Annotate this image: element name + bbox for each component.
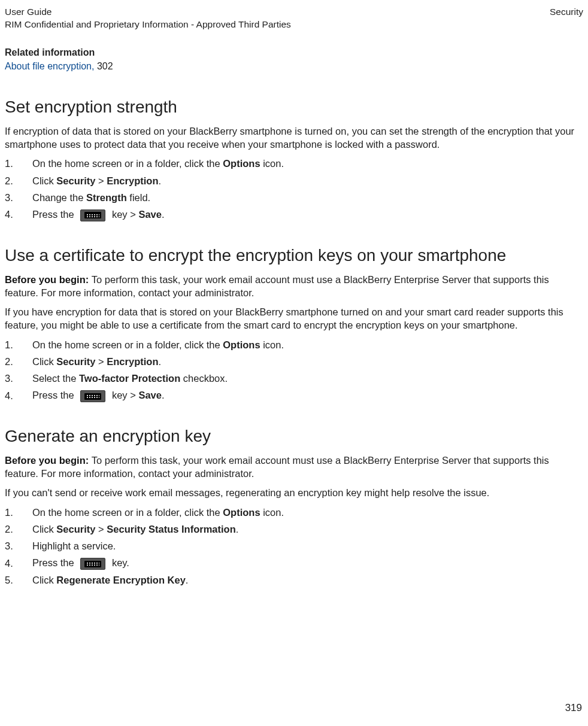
heading-generate-key: Generate an encryption key: [5, 425, 583, 448]
byb-label: Before you begin:: [5, 274, 92, 285]
page-number: 319: [565, 701, 582, 715]
step-item: Change the Strength field.: [5, 191, 583, 204]
step-item: On the home screen or in a folder, click…: [5, 157, 583, 170]
page-header: User Guide RIM Confidential and Propriet…: [5, 6, 583, 31]
step-item: Press the key > Save.: [5, 208, 583, 221]
step-text: Click Security > Encryption.: [32, 355, 161, 368]
step-item: Click Security > Encryption.: [5, 355, 583, 368]
step-text: On the home screen or in a folder, click…: [32, 506, 284, 519]
blackberry-menu-key-icon: [80, 558, 105, 570]
step-text: Highlight a service.: [32, 539, 116, 552]
blackberry-menu-key-icon: [80, 209, 105, 221]
step-text: Select the Two-factor Protection checkbo…: [32, 372, 228, 385]
step-item: Press the key.: [5, 556, 583, 570]
step-text: Change the Strength field.: [32, 191, 150, 204]
related-info-heading: Related information: [5, 46, 583, 59]
intro-set-encryption-strength: If encryption of data that is stored on …: [5, 124, 583, 151]
step-text: Click Security > Security Status Informa…: [32, 523, 238, 536]
step-item: Click Security > Encryption.: [5, 174, 583, 187]
step-item: On the home screen or in a folder, click…: [5, 506, 583, 519]
step-text: Click Regenerate Encryption Key.: [32, 573, 188, 587]
step-item: Select the Two-factor Protection checkbo…: [5, 372, 583, 385]
header-left: User Guide RIM Confidential and Propriet…: [5, 6, 291, 31]
step-text: Click Security > Encryption.: [32, 174, 161, 187]
steps-use-certificate: On the home screen or in a folder, click…: [5, 338, 583, 402]
intro-use-certificate: If you have encryption for data that is …: [5, 305, 583, 332]
before-you-begin-certificate: Before you begin: To perform this task, …: [5, 273, 583, 300]
heading-use-certificate: Use a certificate to encrypt the encrypt…: [5, 244, 583, 267]
heading-set-encryption-strength: Set encryption strength: [5, 96, 583, 119]
intro-generate-key: If you can't send or receive work email …: [5, 486, 583, 499]
before-you-begin-generate: Before you begin: To perform this task, …: [5, 454, 583, 481]
byb-label: Before you begin:: [5, 455, 92, 466]
blackberry-menu-key-icon: [80, 390, 105, 402]
step-text: On the home screen or in a folder, click…: [32, 338, 284, 351]
steps-set-encryption-strength: On the home screen or in a folder, click…: [5, 157, 583, 221]
step-text: On the home screen or in a folder, click…: [32, 157, 284, 170]
related-link[interactable]: About file encryption,: [5, 61, 97, 71]
section-name: Security: [550, 6, 583, 31]
step-item: On the home screen or in a folder, click…: [5, 338, 583, 351]
guide-title: User Guide: [5, 6, 291, 19]
step-text: Press the key > Save.: [32, 388, 165, 402]
step-text: Press the key.: [32, 556, 129, 570]
step-item: Press the key > Save.: [5, 388, 583, 402]
steps-generate-key: On the home screen or in a folder, click…: [5, 506, 583, 587]
step-item: Click Security > Security Status Informa…: [5, 523, 583, 536]
confidential-notice: RIM Confidential and Proprietary Informa…: [5, 19, 291, 31]
step-item: Highlight a service.: [5, 539, 583, 552]
step-item: Click Regenerate Encryption Key.: [5, 573, 583, 587]
related-link-line: About file encryption, 302: [5, 60, 583, 73]
step-text: Press the key > Save.: [32, 208, 165, 221]
related-page-ref: 302: [97, 61, 113, 71]
